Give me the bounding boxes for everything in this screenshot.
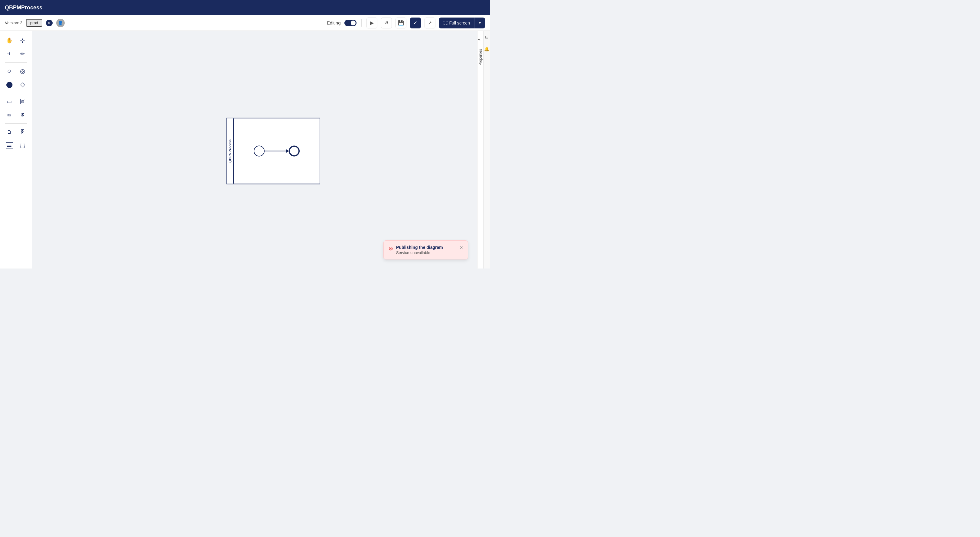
check-icon: ✓ xyxy=(414,20,417,26)
refresh-button[interactable]: ↺ xyxy=(381,17,392,29)
notification-badge[interactable]: 0 xyxy=(46,20,52,26)
start-event-shape[interactable] xyxy=(254,145,264,156)
tool-divider-2 xyxy=(5,93,27,93)
toast-close-button[interactable]: × xyxy=(460,245,463,250)
gateway-button[interactable]: ◇ xyxy=(17,78,29,91)
task-button[interactable]: ▭ xyxy=(3,95,16,108)
version-label: Version: 2 xyxy=(5,21,22,25)
fullscreen-group: ⛶ Full screen ▾ xyxy=(439,17,485,29)
rect-icon: ▭ xyxy=(6,98,12,105)
select-tool-button[interactable]: ⊹ xyxy=(17,35,29,46)
bpmn-pool[interactable]: QBPMProcess xyxy=(226,118,320,184)
main-layout: ✋ ⊹ ⊣⊢ ✏ ○ ◎ ⬤ xyxy=(0,31,490,268)
doc-button[interactable]: 🗋 xyxy=(3,126,16,138)
subprocess-button[interactable]: ⊟ xyxy=(17,95,29,108)
tool-divider-1 xyxy=(5,62,27,63)
fullscreen-icon: ⛶ xyxy=(443,21,447,25)
tool-row-7: 🗋 🗄 xyxy=(2,126,29,138)
sequence-flow-arrow xyxy=(264,151,289,151)
avatar[interactable]: 👤 xyxy=(56,19,65,27)
secondary-bar: Version: 2 prod 0 👤 Editing ▶ ↺ 💾 ✓ ↗ ⛶ … xyxy=(0,15,490,31)
crosshair-icon: ⊹ xyxy=(20,37,25,44)
toolbar-separator-1 xyxy=(361,19,362,27)
diagram-container: QBPMProcess xyxy=(226,118,320,184)
tool-divider-3 xyxy=(5,123,27,124)
message-button[interactable]: ✉ xyxy=(3,109,16,121)
annotation-button[interactable]: ⬚ xyxy=(17,140,29,151)
diamond-icon: ◇ xyxy=(20,81,25,88)
play-icon: ▶ xyxy=(370,20,374,26)
properties-label[interactable]: Properties xyxy=(478,49,483,66)
save-button[interactable]: 💾 xyxy=(396,17,406,29)
pool-label-column: QBPMProcess xyxy=(227,118,234,184)
pool-label: QBPMProcess xyxy=(228,140,232,163)
annotation-icon: ⬚ xyxy=(20,142,25,149)
properties-collapse-button[interactable]: « xyxy=(478,37,480,42)
fullscreen-chevron-button[interactable]: ▾ xyxy=(474,17,485,29)
tool-row-5: ▭ ⊟ xyxy=(2,95,29,108)
pen-icon: ✏ xyxy=(20,51,25,57)
play-button[interactable]: ▶ xyxy=(366,17,377,29)
tool-row-1: ✋ ⊹ xyxy=(2,35,29,46)
end-event-button[interactable]: ⬤ xyxy=(3,78,16,91)
circle-double-icon: ◎ xyxy=(20,67,25,75)
pool-button[interactable]: ▬ xyxy=(3,140,16,151)
tool-row-4: ⬤ ◇ xyxy=(2,78,29,91)
database-button[interactable]: 🗄 xyxy=(17,126,29,138)
circle-empty-icon: ○ xyxy=(7,67,11,75)
script-button[interactable]: $ xyxy=(17,109,29,121)
end-event-shape[interactable] xyxy=(289,145,300,156)
tool-row-3: ○ ◎ xyxy=(2,65,29,77)
refresh-icon: ↺ xyxy=(384,20,388,26)
left-toolbar: ✋ ⊹ ⊣⊢ ✏ ○ ◎ ⬤ xyxy=(0,31,32,268)
share-button[interactable]: ↗ xyxy=(425,17,436,29)
toast-title: Publishing the diagram xyxy=(396,245,457,250)
split-icon: ⊣⊢ xyxy=(6,51,13,56)
pool-icon: ▬ xyxy=(6,142,13,148)
check-button[interactable]: ✓ xyxy=(410,17,421,29)
pen-tool-button[interactable]: ✏ xyxy=(17,48,29,60)
share-icon: ↗ xyxy=(428,20,432,26)
database-icon: 🗄 xyxy=(20,129,25,135)
save-icon: 💾 xyxy=(398,20,404,26)
script-icon: $ xyxy=(21,112,24,118)
fullscreen-label: Full screen xyxy=(449,21,470,25)
envelope-icon: ✉ xyxy=(7,112,11,118)
toast-notification: ⊗ Publishing the diagram Service unavail… xyxy=(383,240,468,259)
right-sidebar: ⊟ 🔔 xyxy=(483,31,490,268)
flow-line xyxy=(254,145,300,156)
doc-icon: 🗋 xyxy=(7,129,12,135)
tool-row-8: ▬ ⬚ xyxy=(2,140,29,151)
toast-content: Publishing the diagram Service unavailab… xyxy=(396,245,457,255)
tool-row-6: ✉ $ xyxy=(2,109,29,121)
editing-toggle[interactable] xyxy=(344,20,356,26)
env-badge[interactable]: prod xyxy=(26,19,42,27)
pool-content xyxy=(234,118,320,184)
start-event-button[interactable]: ○ xyxy=(3,65,16,77)
canvas-area[interactable]: QBPMProcess ⊗ Publishing the diagram Ser… xyxy=(32,31,477,268)
right-sidebar-icon-2[interactable]: 🔔 xyxy=(483,45,490,52)
split-tool-button[interactable]: ⊣⊢ xyxy=(3,48,16,60)
toast-error-icon: ⊗ xyxy=(388,245,393,252)
properties-panel: « Properties xyxy=(477,31,483,268)
circle-filled-icon: ⬤ xyxy=(6,81,13,88)
app-title: QBPMProcess xyxy=(5,5,42,11)
fullscreen-main-button[interactable]: ⛶ Full screen xyxy=(439,17,474,29)
toast-subtitle: Service unavailable xyxy=(396,250,457,255)
editing-label: Editing xyxy=(327,20,341,25)
top-bar: QBPMProcess xyxy=(0,0,490,15)
tool-row-2: ⊣⊢ ✏ xyxy=(2,48,29,60)
hand-tool-button[interactable]: ✋ xyxy=(3,35,16,46)
subprocess-icon: ⊟ xyxy=(20,99,25,104)
right-sidebar-icon-1[interactable]: ⊟ xyxy=(484,33,490,41)
chevron-down-icon: ▾ xyxy=(479,21,481,25)
intermediate-event-button[interactable]: ◎ xyxy=(17,65,29,77)
hand-icon: ✋ xyxy=(6,37,13,44)
